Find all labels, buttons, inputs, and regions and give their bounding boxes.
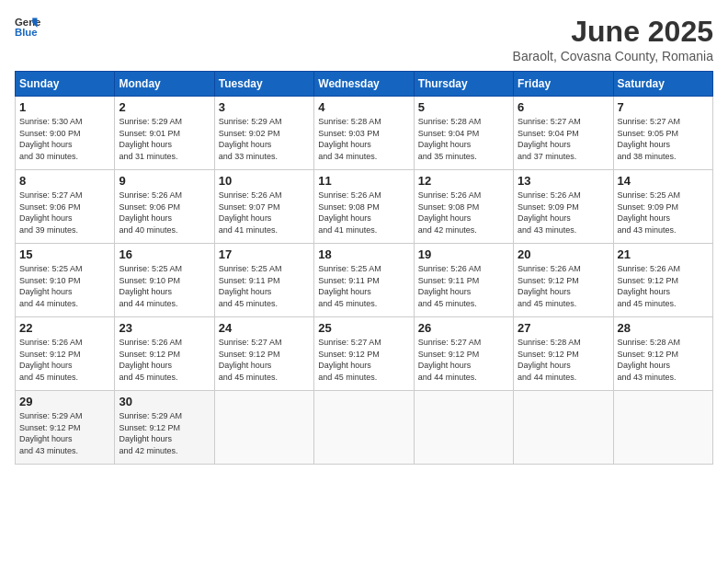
day-info: Sunrise: 5:25 AM Sunset: 9:11 PM Dayligh… <box>318 263 409 309</box>
day-number: 27 <box>518 321 609 335</box>
logo: General Blue <box>15 15 40 40</box>
day-info: Sunrise: 5:30 AM Sunset: 9:00 PM Dayligh… <box>19 116 110 162</box>
day-number: 6 <box>518 100 609 114</box>
calendar-cell <box>613 391 712 465</box>
day-number: 21 <box>618 247 709 261</box>
calendar-cell: 20 Sunrise: 5:26 AM Sunset: 9:12 PM Dayl… <box>514 244 613 317</box>
weekday-header-friday: Friday <box>514 72 613 97</box>
calendar-cell: 5 Sunrise: 5:28 AM Sunset: 9:04 PM Dayli… <box>414 97 513 170</box>
title-area: June 2025 Baraolt, Covasna County, Roman… <box>513 15 713 63</box>
day-number: 11 <box>318 174 409 188</box>
day-number: 23 <box>119 321 210 335</box>
day-info: Sunrise: 5:26 AM Sunset: 9:12 PM Dayligh… <box>19 337 110 383</box>
day-info: Sunrise: 5:29 AM Sunset: 9:12 PM Dayligh… <box>19 410 110 456</box>
day-info: Sunrise: 5:29 AM Sunset: 9:02 PM Dayligh… <box>219 116 310 162</box>
day-info: Sunrise: 5:27 AM Sunset: 9:05 PM Dayligh… <box>618 116 709 162</box>
calendar-cell <box>414 391 513 465</box>
weekday-header-thursday: Thursday <box>414 72 513 97</box>
calendar-cell: 2 Sunrise: 5:29 AM Sunset: 9:01 PM Dayli… <box>115 97 214 170</box>
calendar-cell <box>514 391 613 465</box>
calendar-cell: 6 Sunrise: 5:27 AM Sunset: 9:04 PM Dayli… <box>514 97 613 170</box>
location-subtitle: Baraolt, Covasna County, Romania <box>513 49 713 63</box>
calendar-cell: 14 Sunrise: 5:25 AM Sunset: 9:09 PM Dayl… <box>613 170 712 244</box>
day-number: 4 <box>318 100 409 114</box>
day-info: Sunrise: 5:28 AM Sunset: 9:03 PM Dayligh… <box>318 116 409 162</box>
day-info: Sunrise: 5:26 AM Sunset: 9:12 PM Dayligh… <box>119 337 210 383</box>
day-number: 19 <box>418 247 509 261</box>
day-info: Sunrise: 5:26 AM Sunset: 9:11 PM Dayligh… <box>418 263 509 309</box>
day-number: 29 <box>19 395 110 408</box>
weekday-header-tuesday: Tuesday <box>214 72 313 97</box>
day-number: 24 <box>219 321 310 335</box>
logo-icon: General Blue <box>15 15 40 40</box>
day-info: Sunrise: 5:25 AM Sunset: 9:11 PM Dayligh… <box>219 263 310 309</box>
calendar-cell: 28 Sunrise: 5:28 AM Sunset: 9:12 PM Dayl… <box>613 317 712 391</box>
day-info: Sunrise: 5:28 AM Sunset: 9:12 PM Dayligh… <box>518 337 609 383</box>
weekday-header-sunday: Sunday <box>16 72 115 97</box>
day-number: 26 <box>418 321 509 335</box>
week-row-5: 29 Sunrise: 5:29 AM Sunset: 9:12 PM Dayl… <box>16 391 713 465</box>
svg-text:Blue: Blue <box>15 27 38 38</box>
calendar-cell: 30 Sunrise: 5:29 AM Sunset: 9:12 PM Dayl… <box>115 391 214 465</box>
day-info: Sunrise: 5:26 AM Sunset: 9:08 PM Dayligh… <box>318 190 409 236</box>
header: General Blue June 2025 Baraolt, Covasna … <box>15 15 713 63</box>
calendar-cell: 17 Sunrise: 5:25 AM Sunset: 9:11 PM Dayl… <box>214 244 313 317</box>
day-number: 20 <box>518 247 609 261</box>
day-number: 13 <box>518 174 609 188</box>
calendar-cell: 1 Sunrise: 5:30 AM Sunset: 9:00 PM Dayli… <box>16 97 115 170</box>
day-info: Sunrise: 5:27 AM Sunset: 9:04 PM Dayligh… <box>518 116 609 162</box>
calendar-cell: 7 Sunrise: 5:27 AM Sunset: 9:05 PM Dayli… <box>613 97 712 170</box>
calendar-cell: 9 Sunrise: 5:26 AM Sunset: 9:06 PM Dayli… <box>115 170 214 244</box>
day-number: 18 <box>318 247 409 261</box>
day-info: Sunrise: 5:25 AM Sunset: 9:09 PM Dayligh… <box>618 190 709 236</box>
day-number: 8 <box>19 174 110 188</box>
day-number: 22 <box>19 321 110 335</box>
day-info: Sunrise: 5:26 AM Sunset: 9:07 PM Dayligh… <box>219 190 310 236</box>
day-info: Sunrise: 5:27 AM Sunset: 9:12 PM Dayligh… <box>318 337 409 383</box>
day-info: Sunrise: 5:26 AM Sunset: 9:12 PM Dayligh… <box>618 263 709 309</box>
calendar-cell: 13 Sunrise: 5:26 AM Sunset: 9:09 PM Dayl… <box>514 170 613 244</box>
weekday-header-saturday: Saturday <box>613 72 712 97</box>
calendar-cell: 23 Sunrise: 5:26 AM Sunset: 9:12 PM Dayl… <box>115 317 214 391</box>
day-info: Sunrise: 5:28 AM Sunset: 9:04 PM Dayligh… <box>418 116 509 162</box>
day-number: 15 <box>19 247 110 261</box>
week-row-2: 8 Sunrise: 5:27 AM Sunset: 9:06 PM Dayli… <box>16 170 713 244</box>
day-number: 3 <box>219 100 310 114</box>
calendar-cell: 25 Sunrise: 5:27 AM Sunset: 9:12 PM Dayl… <box>314 317 414 391</box>
day-number: 1 <box>19 100 110 114</box>
calendar-cell: 3 Sunrise: 5:29 AM Sunset: 9:02 PM Dayli… <box>214 97 313 170</box>
day-info: Sunrise: 5:27 AM Sunset: 9:12 PM Dayligh… <box>418 337 509 383</box>
calendar-cell: 22 Sunrise: 5:26 AM Sunset: 9:12 PM Dayl… <box>16 317 115 391</box>
day-number: 10 <box>219 174 310 188</box>
day-number: 12 <box>418 174 509 188</box>
week-row-1: 1 Sunrise: 5:30 AM Sunset: 9:00 PM Dayli… <box>16 97 713 170</box>
calendar-cell: 18 Sunrise: 5:25 AM Sunset: 9:11 PM Dayl… <box>314 244 414 317</box>
week-row-3: 15 Sunrise: 5:25 AM Sunset: 9:10 PM Dayl… <box>16 244 713 317</box>
day-info: Sunrise: 5:27 AM Sunset: 9:12 PM Dayligh… <box>219 337 310 383</box>
calendar-cell: 29 Sunrise: 5:29 AM Sunset: 9:12 PM Dayl… <box>16 391 115 465</box>
calendar-cell: 15 Sunrise: 5:25 AM Sunset: 9:10 PM Dayl… <box>16 244 115 317</box>
calendar-cell: 4 Sunrise: 5:28 AM Sunset: 9:03 PM Dayli… <box>314 97 414 170</box>
weekday-header-row: SundayMondayTuesdayWednesdayThursdayFrid… <box>16 72 713 97</box>
day-number: 7 <box>618 100 709 114</box>
day-number: 25 <box>318 321 409 335</box>
day-number: 30 <box>119 395 210 408</box>
day-number: 2 <box>119 100 210 114</box>
calendar-cell: 24 Sunrise: 5:27 AM Sunset: 9:12 PM Dayl… <box>214 317 313 391</box>
week-row-4: 22 Sunrise: 5:26 AM Sunset: 9:12 PM Dayl… <box>16 317 713 391</box>
day-info: Sunrise: 5:26 AM Sunset: 9:09 PM Dayligh… <box>518 190 609 236</box>
day-number: 14 <box>618 174 709 188</box>
calendar-cell: 19 Sunrise: 5:26 AM Sunset: 9:11 PM Dayl… <box>414 244 513 317</box>
day-info: Sunrise: 5:26 AM Sunset: 9:06 PM Dayligh… <box>119 190 210 236</box>
calendar-cell: 8 Sunrise: 5:27 AM Sunset: 9:06 PM Dayli… <box>16 170 115 244</box>
calendar-cell: 16 Sunrise: 5:25 AM Sunset: 9:10 PM Dayl… <box>115 244 214 317</box>
day-info: Sunrise: 5:29 AM Sunset: 9:01 PM Dayligh… <box>119 116 210 162</box>
day-number: 9 <box>119 174 210 188</box>
day-info: Sunrise: 5:26 AM Sunset: 9:08 PM Dayligh… <box>418 190 509 236</box>
day-info: Sunrise: 5:25 AM Sunset: 9:10 PM Dayligh… <box>19 263 110 309</box>
day-info: Sunrise: 5:29 AM Sunset: 9:12 PM Dayligh… <box>119 410 210 456</box>
day-info: Sunrise: 5:25 AM Sunset: 9:10 PM Dayligh… <box>119 263 210 309</box>
month-title: June 2025 <box>513 15 713 49</box>
calendar-cell: 27 Sunrise: 5:28 AM Sunset: 9:12 PM Dayl… <box>514 317 613 391</box>
calendar-cell <box>214 391 313 465</box>
